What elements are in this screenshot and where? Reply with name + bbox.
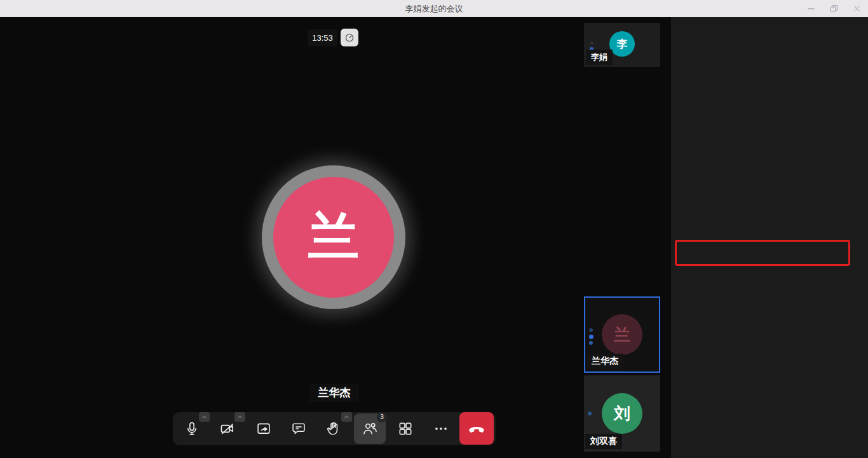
chevron-up-icon bbox=[236, 414, 243, 420]
share-screen-button[interactable] bbox=[250, 415, 278, 443]
layout-button[interactable] bbox=[391, 415, 419, 443]
participants-panel: 会议参会者（3人） 邀请其他人 兰 兰华杰 李 李娟 (你) 主持人 bbox=[671, 17, 868, 458]
restore-button[interactable] bbox=[824, 0, 843, 17]
participants-count-badge: 3 bbox=[377, 412, 387, 422]
tile-name-label: 兰华杰 bbox=[587, 354, 623, 369]
microphone-icon bbox=[184, 420, 200, 437]
camera-options-chevron[interactable] bbox=[234, 412, 245, 422]
speaker-avatar: 兰 bbox=[273, 177, 394, 298]
titlebar: 李娟发起的会议 bbox=[0, 0, 868, 17]
close-window-button[interactable] bbox=[847, 0, 866, 17]
chevron-up-icon bbox=[201, 414, 208, 420]
minimize-button[interactable] bbox=[801, 0, 820, 17]
participants-icon bbox=[362, 420, 378, 437]
minimize-icon bbox=[806, 4, 816, 13]
meeting-timer: 13:53 bbox=[308, 29, 337, 46]
chat-button[interactable] bbox=[285, 415, 313, 443]
mic-options-chevron[interactable] bbox=[199, 412, 210, 422]
close-icon bbox=[852, 4, 862, 13]
tile-name-label: 刘双喜 bbox=[585, 434, 622, 449]
more-dots-icon bbox=[433, 420, 449, 437]
avatar: 李 bbox=[609, 31, 635, 57]
avatar: 刘 bbox=[602, 393, 642, 434]
volume-dot bbox=[589, 328, 593, 332]
chat-icon bbox=[290, 420, 307, 437]
volume-dot bbox=[589, 341, 593, 345]
tile-name-label: 李娟 bbox=[586, 50, 613, 65]
network-quality-button[interactable] bbox=[341, 29, 358, 46]
volume-dot bbox=[590, 41, 593, 45]
more-options-button[interactable] bbox=[427, 415, 455, 443]
window-title: 李娟发起的会议 bbox=[0, 0, 868, 17]
video-stage: 13:53 李 李娟 兰 兰华杰 兰 兰华杰 刘 刘双喜 bbox=[0, 17, 671, 458]
volume-dot bbox=[588, 412, 592, 415]
gauge-icon bbox=[344, 32, 355, 43]
hand-options-chevron[interactable] bbox=[341, 412, 352, 422]
raised-hand-icon bbox=[326, 420, 342, 437]
video-tile-self[interactable]: 李 李娟 bbox=[584, 23, 660, 67]
speaker-name-tag: 兰华杰 bbox=[309, 384, 359, 402]
chevron-up-icon bbox=[343, 414, 350, 420]
video-tile-active-speaker[interactable]: 兰 兰华杰 bbox=[584, 296, 660, 373]
camera-off-icon bbox=[219, 420, 236, 437]
restore-icon bbox=[829, 4, 839, 13]
end-call-button[interactable] bbox=[459, 412, 494, 445]
volume-dot bbox=[589, 335, 593, 339]
end-call-icon bbox=[467, 419, 486, 438]
avatar: 兰 bbox=[602, 314, 642, 355]
share-screen-icon bbox=[255, 420, 272, 437]
video-tile-participant[interactable]: 刘 刘双喜 bbox=[584, 375, 660, 452]
grid-layout-icon bbox=[397, 420, 414, 437]
